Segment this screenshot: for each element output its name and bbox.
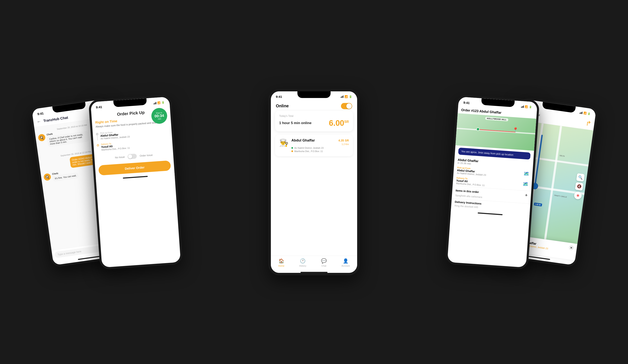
delivery-dot — [97, 144, 99, 146]
online-toggle-thumb — [346, 103, 352, 109]
toggle-left-label: No Issue — [115, 155, 125, 159]
items-label: Items in this order — [456, 189, 479, 193]
sound-button[interactable]: 🔇 — [575, 182, 583, 191]
chat-title: TranzHub Chat — [43, 115, 69, 123]
nav-chat-label: Chat — [321, 265, 326, 267]
time-2: 9:41 — [96, 105, 102, 109]
stats-duration: 1 hour 5 min online — [279, 121, 312, 125]
delivery-map-icon[interactable]: 🗺️ — [523, 181, 529, 187]
order-chef-icon: 👨‍🍳 — [279, 138, 289, 147]
toggle-thumb — [128, 154, 132, 159]
hollywood-label: HOLLYWOOD HILL — [485, 117, 508, 121]
search-map-button[interactable]: 🔍 — [576, 173, 585, 182]
vertical-road-2 — [544, 126, 562, 240]
online-title: Online — [276, 104, 289, 108]
delivery-to: Delivery To Yusuf Ali Manfouha Dist., P.… — [97, 138, 169, 151]
pickup-map-dot — [476, 127, 480, 131]
dashboard-spacer — [271, 160, 357, 256]
online-toggle[interactable] — [341, 103, 352, 109]
home-icon: 🏠 — [279, 258, 284, 264]
nav-chat[interactable]: 💬 Chat — [321, 258, 327, 267]
order-card: 👨‍🍳 Abdul Ghaffar 4.35 SR 1.2 Km An Nakh… — [275, 135, 353, 156]
history-icon: 🕐 — [300, 258, 306, 264]
chat-icon: 💬 — [321, 258, 327, 264]
dashboard-header: Online — [271, 101, 357, 111]
map-label-delta: DELTA — [559, 155, 565, 157]
status-icons-3: 📶 🔋 — [341, 95, 352, 98]
phone-pickup: 9:41 📶 🔋 Order Pick Up Right on Time Alw… — [88, 94, 183, 270]
nav-account-label: Account — [342, 265, 350, 267]
phone-order-detail: 9:41 📶 🔋 Order #123 Abdul Ghaffar 📍 HOLL… — [445, 94, 540, 270]
turn-icon: ↱ — [585, 119, 592, 128]
destination-pin: 📍 — [512, 127, 518, 133]
order-pickup: An Nakhil District, Jeddah 23 — [294, 147, 323, 149]
order-name: Abdul Ghaffar — [291, 138, 315, 142]
notch-3 — [297, 91, 331, 98]
pickup-from: Pick-up From Abdul Ghaffar An Nakhil Dis… — [96, 127, 169, 141]
nav-history-label: History — [299, 265, 306, 267]
home-indicator-3 — [271, 272, 357, 273]
stats-label: Today's Total — [279, 115, 349, 118]
account-icon: 👤 — [343, 258, 348, 264]
order-distance: 1.2 Km — [291, 143, 349, 145]
time-1: 9:41 — [37, 111, 44, 116]
phone-dashboard: 9:41 📶 🔋 Online Today's Total 1 hour — [268, 89, 360, 275]
time-4: 9:41 — [463, 101, 470, 104]
pickup-map-icon[interactable]: 🗺️ — [523, 171, 529, 177]
status-icons-2: 📶 🔋 — [154, 101, 165, 105]
nav-bar: 🏠 Home 🕐 History 💬 Chat 👤 Account — [271, 256, 357, 272]
time-3: 9:41 — [276, 95, 282, 98]
status-icons-5: 📶 🔋 — [579, 111, 591, 115]
toggle-switch[interactable] — [128, 154, 137, 159]
nav-history[interactable]: 🕐 History — [299, 258, 306, 267]
pickup-indicator — [291, 147, 293, 149]
toggle-right-label: Order Issue — [140, 153, 153, 157]
pickup-dot — [96, 133, 98, 135]
avatar-chefz-2: 🍳 — [43, 173, 51, 181]
items-expand-icon[interactable]: + — [525, 192, 528, 198]
stats-card: Today's Total 1 hour 5 min online 6.00SR — [275, 111, 353, 131]
due-unit: min — [158, 118, 161, 120]
back-button[interactable]: ← — [36, 119, 41, 124]
order-dropoff: Manfouha Dist., P.O.Box: 11 — [294, 150, 323, 152]
phones-container: 9:41 ▲ 🔋 ← TranzHub Chat September 20, 2… — [24, 16, 604, 348]
map-label-trinity: TRINITY CIRCLE — [554, 194, 567, 198]
nav-home-label: Home — [278, 265, 284, 267]
due-time: 00:34 — [154, 114, 164, 118]
stats-currency: SR — [344, 120, 349, 123]
nav-account[interactable]: 👤 Account — [342, 258, 350, 267]
avatar-chefz-1: 🍳 — [38, 134, 46, 141]
compass-button[interactable]: ◉ — [574, 191, 582, 199]
map-controls: 🔍 🔇 ◉ — [574, 173, 585, 199]
status-icons-4: 📶 🔋 — [521, 105, 532, 109]
nav-home[interactable]: 🏠 Home — [278, 258, 284, 267]
stats-amount: 6.00SR — [329, 119, 349, 128]
highway-badge: I-40 W — [534, 202, 542, 206]
order-price: 4.35 SR — [338, 139, 349, 142]
map-thumbnail: 📍 HOLLYWOOD HILL — [456, 113, 536, 151]
dropoff-indicator — [291, 150, 293, 152]
